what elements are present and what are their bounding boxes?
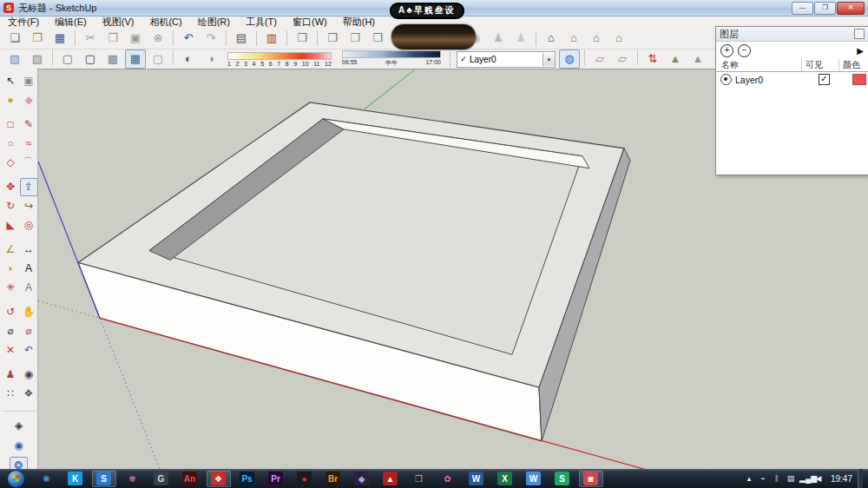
tray-bluetooth-icon[interactable]: ᛒ [772,474,782,483]
layer-combobox[interactable]: ✓ Layer0 ▾ [457,51,556,68]
get-styles-button[interactable]: ⌂ [586,29,607,48]
close-button[interactable]: ✕ [837,2,865,15]
monochrome-style-button[interactable]: ▢ [148,49,168,69]
start-button[interactable] [7,470,25,488]
taskbar-app-s-green[interactable]: S [550,471,575,487]
tray-flag-icon[interactable]: ▤ [786,474,796,483]
taskbar-app-excel[interactable]: X [493,471,517,487]
redo-button[interactable]: ↷ [201,29,221,48]
section-cuts-button[interactable]: ▱ [612,49,633,69]
outer-shell-button[interactable]: ❒ [292,29,312,48]
dimension-tool[interactable]: ↔ [20,241,38,259]
tray-volume-icon[interactable]: ◀ [813,474,824,483]
visible-checkbox[interactable]: ✓ [819,74,830,85]
copy-button[interactable]: ❐ [102,29,123,48]
taskbar-app-purple[interactable]: ◆ [350,471,374,487]
tape-measure-tool[interactable]: ∠ [2,241,20,259]
taskbar-app-folder[interactable]: ❒ [407,471,431,487]
hidden-line-style-button[interactable]: ▢ [80,49,101,69]
maximize-button[interactable]: ❐ [814,2,836,15]
shadow-time-slider[interactable]: 06:55 中午 17:00 [342,50,441,68]
smoove-button[interactable]: ▲ [687,49,708,69]
share-model-button[interactable]: ⌂ [563,29,584,48]
taskbar-app-ps[interactable]: Ps [235,471,260,487]
taskbar-app-sketchup[interactable]: ❖ [207,471,231,487]
protractor-tool[interactable]: ◗ [2,260,20,278]
taskbar-app-br[interactable]: Br [321,471,345,487]
add-layer-button[interactable]: + [720,44,733,57]
push-pull-tool[interactable]: ⇧ [20,178,38,196]
arc-tool[interactable]: ⌒ [20,154,38,172]
shadow-toggle-button[interactable]: ◑ [201,49,221,69]
tray-show-hidden-icon[interactable]: ▴ [744,474,754,483]
layer-details-arrow-icon[interactable]: ▶ [857,46,864,56]
layer-row[interactable]: Layer0 ✓ [716,72,868,87]
zoom-tool[interactable]: ⌀ [2,322,20,340]
remove-layer-button[interactable]: − [738,44,751,57]
paste-button[interactable]: ▣ [125,29,146,48]
erase-button[interactable]: ⊗ [148,29,168,48]
text-tool[interactable]: A [20,260,38,278]
eraser-tool[interactable]: ◆ [20,91,38,109]
taskbar-clock[interactable]: 19:47 [831,474,852,484]
line-tool[interactable]: ✎ [20,115,38,134]
shadow-date-slider[interactable]: 123456789101112 [227,52,332,67]
taskbar-app-word[interactable]: W [464,471,489,487]
layer-color-swatch[interactable] [852,74,866,85]
taskbar-app-s-blue[interactable]: S [92,471,116,487]
zoom-window-tool[interactable]: ⌀ [20,322,38,340]
make-component-tool[interactable]: ▣ [20,72,38,90]
previous-view-tool[interactable]: ↶ [20,341,38,359]
circle-tool[interactable]: ○ [2,135,20,153]
intersect-button[interactable]: ❒ [322,29,343,48]
shaded-style-button[interactable]: ▩ [102,49,123,69]
shadow-dialog-button[interactable]: ◐ [178,49,199,69]
print-button[interactable]: ▤ [231,29,252,48]
show-desktop-button[interactable] [858,469,863,488]
layer-manager-button[interactable]: ◍ [559,49,580,69]
new-button[interactable]: ❏ [4,29,25,48]
tray-ime-icon[interactable]: ⌁ [758,474,768,483]
taskbar-app-an[interactable]: An [178,471,202,487]
cut-button[interactable]: ✂ [80,29,101,48]
taskbar-app-pink[interactable]: ✾ [121,471,145,487]
paint-bucket-tool[interactable]: ● [2,91,20,109]
select-tool[interactable]: ↖ [2,72,20,90]
taskbar-app-meitu[interactable]: ✿ [436,471,460,487]
taskbar-app-g[interactable]: G [149,471,174,487]
walk-tool[interactable]: ∷ [2,385,20,403]
walk-walk-button[interactable]: ♟ [488,29,509,48]
rectangle-tool[interactable]: □ [2,115,20,134]
view-diamond-button[interactable]: ◈ [10,417,28,435]
time-gradient-bar[interactable] [342,50,441,58]
layers-panel-titlebar[interactable]: 图层 [716,27,868,42]
taskbar-app-wps[interactable]: W [522,471,546,487]
active-layer-radio[interactable] [720,74,732,85]
tray-network-icon[interactable]: ▂▄▆ [799,474,810,483]
polygon-tool[interactable]: ◇ [2,154,20,172]
rotate-tool[interactable]: ↻ [2,197,20,215]
open-button[interactable]: ❐ [27,29,48,48]
pan-tool[interactable]: ✋ [20,303,38,321]
3d-text-tool[interactable]: A [20,279,38,297]
textured-style-button[interactable]: ▦ [125,49,146,69]
section-plane-button[interactable]: ▱ [589,49,610,69]
xray-style-button[interactable]: ▨ [4,49,25,69]
minimize-button[interactable]: — [792,2,813,15]
walkthrough-extra-button[interactable]: ♟ [510,29,531,48]
zoom-extents-tool[interactable]: ✕ [2,341,20,359]
subtract-button[interactable]: ❒ [367,29,388,48]
follow-me-tool[interactable]: ↪ [20,197,38,215]
union-button[interactable]: ❒ [345,29,365,48]
wireframe-style-button[interactable]: ▢ [57,49,78,69]
model-info-button[interactable]: ▥ [261,29,282,48]
taskbar-app-red-active[interactable]: ◙ [579,471,603,487]
taskbar-app-pr[interactable]: Pr [264,471,288,487]
position-camera-tool[interactable]: ♟ [2,366,20,384]
freehand-tool[interactable]: ≈ [20,135,38,153]
get-models-button[interactable]: ⌂ [541,29,562,48]
view-orbit-ball-button[interactable]: ◉ [10,437,28,455]
taskbar-app-record[interactable]: ● [293,471,317,487]
section-plane-tool[interactable]: ❖ [20,385,38,403]
taskbar-app-k[interactable]: K [63,471,88,487]
